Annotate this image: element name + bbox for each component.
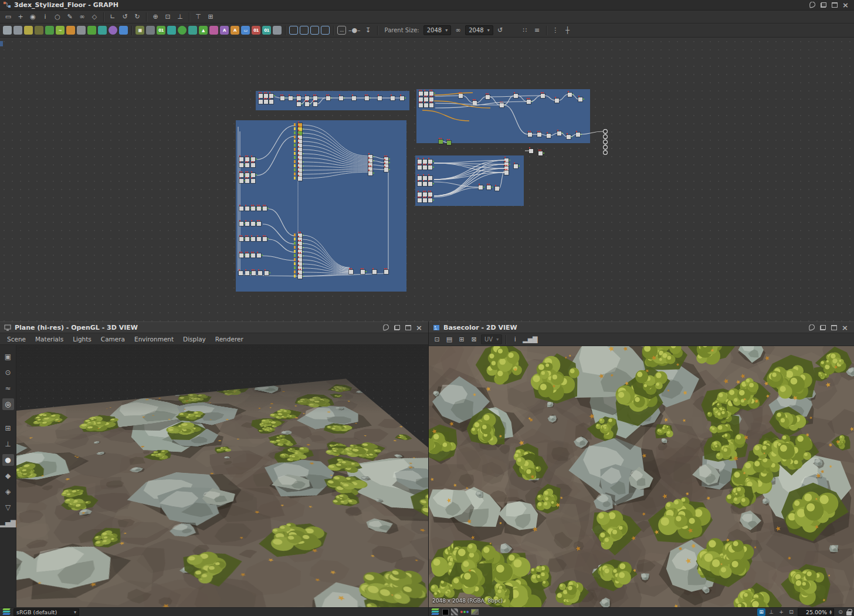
bitmap-frame-node-icon[interactable] — [273, 26, 282, 35]
pan-tool-icon[interactable]: + — [15, 12, 26, 22]
menu-environment[interactable]: Environment — [134, 336, 174, 343]
crop-node-icon[interactable]: ▭ — [241, 26, 250, 35]
normal-node-icon[interactable] — [119, 26, 128, 35]
material-connect-icon[interactable]: ◇ — [89, 12, 100, 22]
view2d-viewport[interactable]: 2048 x 2048 (RGBA, 8bpc) — [429, 346, 854, 607]
grid-snap-icon[interactable]: ┼ — [562, 25, 573, 36]
float-icon[interactable] — [818, 323, 828, 332]
new-view-icon[interactable]: ⊡ — [432, 334, 442, 345]
snap-dots-icon[interactable]: ⋮ — [550, 25, 561, 36]
uv-grid-icon[interactable]: ⊞ — [2, 422, 14, 434]
light-icon[interactable]: ⊙ — [2, 367, 14, 378]
material-sphere-icon[interactable]: ● — [2, 454, 14, 466]
save-image-icon[interactable]: ▤ — [444, 334, 455, 345]
zoom-input[interactable]: 25.00% ▲▼ — [798, 608, 834, 616]
frame-left-node-icon[interactable] — [289, 26, 298, 35]
view3d-viewport[interactable] — [16, 345, 428, 607]
uv-mode-dropdown[interactable]: UV ▾ — [481, 334, 502, 344]
rgba-channels-icon[interactable] — [460, 611, 469, 613]
copy-image-icon[interactable]: ⊞ — [456, 334, 467, 345]
pivot-axis-icon[interactable]: ⊥ — [2, 438, 14, 450]
snap-toggle-icon[interactable]: ⊥ — [767, 608, 775, 616]
menu-materials[interactable]: Materials — [35, 336, 63, 343]
channel-layers-icon[interactable] — [431, 608, 440, 615]
bitmap-node-icon[interactable] — [3, 26, 12, 35]
pin-all-icon[interactable]: ⊤ — [193, 12, 204, 22]
frame-full-node-icon[interactable] — [321, 26, 330, 35]
zoom-stepper[interactable]: ▲▼ — [829, 610, 832, 614]
checker-background-icon[interactable] — [451, 608, 458, 615]
graph-canvas-area[interactable] — [0, 38, 854, 321]
wireframe-icon[interactable]: ▽ — [2, 502, 14, 513]
move-view-icon[interactable]: + — [777, 608, 785, 616]
tile-generator-node-icon[interactable] — [167, 26, 176, 35]
expose-parameters-icon[interactable]: ∷ — [520, 25, 530, 36]
comment-icon[interactable]: … — [337, 26, 346, 35]
menu-renderer[interactable]: Renderer — [215, 336, 243, 343]
marquee-select-icon[interactable]: ▭ — [3, 12, 13, 22]
blur-node-icon[interactable] — [66, 26, 75, 35]
link-size-icon[interactable]: ∞ — [453, 25, 463, 36]
environment-icon[interactable]: ≈ — [2, 383, 14, 394]
geometry-icon[interactable]: ◆ — [2, 470, 14, 482]
background-swatch-icon[interactable] — [442, 609, 449, 615]
tools-icon[interactable]: ⊕ — [150, 12, 161, 22]
frame-split-node-icon[interactable] — [300, 26, 309, 35]
maximize-icon[interactable] — [829, 323, 839, 332]
histogram-icon[interactable]: ▂▅▇ — [522, 334, 538, 345]
menu-display[interactable]: Display — [183, 336, 206, 343]
screenshot-icon[interactable]: ◉ — [28, 12, 38, 22]
distance-node-icon[interactable] — [188, 26, 197, 35]
float-icon[interactable] — [818, 1, 828, 9]
dot-connector-icon[interactable]: –●– — [348, 25, 361, 36]
pin-node-icon[interactable]: ↧ — [363, 25, 374, 36]
splatter-node-icon[interactable]: 01 — [157, 26, 165, 35]
maximize-icon[interactable] — [829, 1, 839, 9]
levels-node-icon[interactable] — [87, 26, 96, 35]
hsl-node-icon[interactable] — [98, 26, 107, 35]
node-info-icon[interactable]: i — [40, 12, 50, 22]
parent-width-dropdown[interactable]: 2048 ▾ — [423, 25, 451, 35]
float-icon[interactable] — [392, 323, 402, 332]
slot-icon[interactable]: ⊡ — [162, 12, 173, 22]
close-icon[interactable]: × — [414, 323, 424, 332]
text-node-icon[interactable]: A — [220, 26, 229, 35]
rotate-cw-icon[interactable]: ↻ — [132, 12, 143, 22]
transform-image-icon[interactable]: ⊠ — [469, 334, 479, 345]
rotate-ccw-icon[interactable]: ↺ — [120, 12, 130, 22]
close-icon[interactable]: × — [840, 323, 850, 332]
pin-icon[interactable] — [806, 323, 816, 332]
parent-height-dropdown[interactable]: 2048 ▾ — [465, 25, 493, 35]
blend-node-icon[interactable] — [109, 26, 117, 35]
uniform-color-node-icon[interactable] — [24, 26, 33, 35]
maximize-icon[interactable] — [403, 323, 413, 332]
frame-merge-node-icon[interactable] — [310, 26, 319, 35]
node-graph-canvas[interactable] — [0, 38, 854, 321]
color-picker-icon[interactable]: ✎ — [65, 12, 75, 22]
menu-camera[interactable]: Camera — [101, 336, 125, 343]
font-node-icon[interactable]: A — [231, 26, 239, 35]
gradient-node-icon[interactable] — [35, 26, 43, 35]
pin-icon[interactable] — [381, 323, 391, 332]
fit-view-icon[interactable]: ⊡ — [787, 608, 795, 616]
image-thumbnail-icon[interactable] — [471, 609, 479, 615]
vector-graphics-node-icon[interactable] — [13, 26, 22, 35]
align-nodes-icon[interactable]: ⊥ — [175, 12, 185, 22]
warp-node-icon[interactable] — [209, 26, 218, 35]
tile-sampler-node-icon[interactable]: ▦ — [135, 26, 144, 35]
menu-scene[interactable]: Scene — [7, 336, 26, 343]
view-lock-icon[interactable] — [846, 611, 852, 615]
transform-2d-node-icon[interactable] — [45, 26, 54, 35]
curve-node-icon[interactable]: ~ — [56, 26, 65, 35]
search-icon[interactable]: ○ — [52, 12, 63, 22]
stats-icon[interactable]: ▂▅▇ — [2, 517, 14, 529]
zoom-reset-icon[interactable]: ⊙ — [836, 608, 845, 616]
pixel-grid-toggle-icon[interactable]: ⊞ — [757, 608, 765, 616]
flood-fill-node-icon[interactable]: 01 — [252, 26, 260, 35]
frame-grid-icon[interactable]: ⊞ — [205, 12, 216, 22]
info-icon[interactable]: i — [510, 334, 520, 345]
sharpen-node-icon[interactable] — [77, 26, 86, 35]
reset-size-icon[interactable]: ↺ — [495, 25, 506, 36]
close-icon[interactable]: × — [841, 1, 850, 9]
shader-icon[interactable]: ◈ — [2, 486, 14, 497]
